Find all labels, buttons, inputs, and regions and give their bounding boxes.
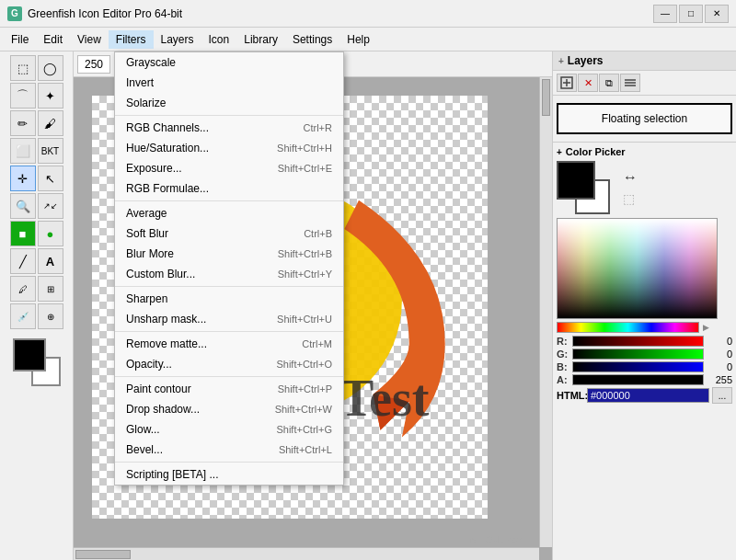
filter-sharpen[interactable]: Sharpen (115, 289, 343, 309)
filter-glow[interactable]: Glow... Shift+Ctrl+G (115, 419, 343, 440)
filter-paint-contour-label: Paint contour (126, 383, 191, 395)
tool-row: ╱ A (2, 248, 71, 274)
foreground-swatch[interactable] (557, 161, 595, 200)
separator-1 (115, 115, 343, 116)
delete-layer-button[interactable]: ✕ (578, 74, 598, 92)
menu-file[interactable]: File (4, 30, 36, 49)
filter-paint-contour-shortcut: Shift+Ctrl+P (278, 383, 332, 394)
b-label: B: (557, 361, 569, 372)
filter-remove-matte[interactable]: Remove matte... Ctrl+M (115, 334, 343, 354)
filter-custom-blur[interactable]: Custom Blur... Shift+Ctrl+Y (115, 264, 343, 284)
filter-drop-shadow[interactable]: Drop shadow... Shift+Ctrl+W (115, 399, 343, 419)
filter-exposure[interactable]: Exposure... Shift+Ctrl+E (115, 158, 343, 178)
filter-grayscale[interactable]: Grayscale (115, 52, 343, 73)
size-input[interactable] (77, 55, 110, 74)
hue-scroll-arrow[interactable]: ▶ (703, 323, 709, 332)
filter-grayscale-label: Grayscale (126, 56, 176, 69)
eraser-tool[interactable]: ⬜ (10, 138, 36, 164)
duplicate-layer-button[interactable]: ⧉ (599, 74, 619, 92)
pencil-tool[interactable]: ✏ (10, 110, 36, 136)
pointer-tool[interactable]: ↖ (38, 166, 63, 191)
filter-scripting[interactable]: Scripting [BETA] ... (115, 464, 343, 485)
filter-remove-matte-label: Remove matte... (126, 337, 207, 350)
text-tool[interactable]: A (38, 248, 63, 274)
filter-unsharp-mask[interactable]: Unsharp mask... Shift+Ctrl+U (115, 309, 343, 329)
menubar: File Edit View Filters Layers Icon Libra… (0, 28, 736, 51)
b-slider[interactable] (572, 361, 704, 372)
html-more-button[interactable]: ... (712, 387, 732, 404)
window-controls: — □ ✕ (653, 5, 729, 23)
horizontal-scrollbar[interactable] (74, 547, 539, 560)
menu-view[interactable]: View (70, 30, 109, 49)
menu-icon[interactable]: Icon (201, 30, 237, 49)
line-tool[interactable]: ╱ (10, 248, 36, 274)
close-button[interactable]: ✕ (705, 5, 729, 23)
swap-colors-icon[interactable]: ↔ (623, 169, 638, 186)
filter-glow-shortcut: Shift+Ctrl+G (276, 424, 332, 435)
color-spectrum[interactable] (557, 218, 718, 319)
filter-soft-blur-shortcut: Ctrl+B (304, 228, 332, 239)
vertical-scrollbar[interactable] (539, 77, 552, 547)
filter-blur-more-label: Blur More (126, 247, 174, 260)
selection-circle-tool[interactable]: ◯ (38, 55, 63, 81)
filter-blur-more-shortcut: Shift+Ctrl+B (278, 248, 332, 259)
filter-blur-more[interactable]: Blur More Shift+Ctrl+B (115, 244, 343, 264)
layer-options-button[interactable] (620, 74, 640, 92)
filter-opacity[interactable]: Opacity... Shift+Ctrl+O (115, 354, 343, 374)
menu-layers[interactable]: Layers (154, 30, 201, 49)
filter-average[interactable]: Average (115, 203, 343, 223)
maximize-button[interactable]: □ (679, 5, 703, 23)
filter-rgb-formulae[interactable]: RGB Formulae... (115, 178, 343, 199)
g-value: 0 (707, 349, 732, 360)
r-slider[interactable] (572, 336, 704, 347)
filter-scripting-label: Scripting [BETA] ... (126, 468, 218, 481)
eyedropper-tool[interactable]: 💉 (10, 303, 36, 329)
transform-tool[interactable]: ↗↙ (38, 193, 63, 219)
filter-invert[interactable]: Invert (115, 73, 343, 93)
menu-filters[interactable]: Filters (109, 30, 154, 49)
filter-soft-blur[interactable]: Soft Blur Ctrl+B (115, 223, 343, 244)
filter-invert-label: Invert (126, 76, 154, 89)
clone-tool[interactable]: ⊞ (38, 276, 63, 302)
r-label: R: (557, 336, 569, 347)
paint-tool[interactable]: 🖊 (10, 276, 36, 302)
menu-help[interactable]: Help (339, 30, 377, 49)
foreground-color[interactable] (13, 338, 46, 371)
more-tool[interactable]: ⊕ (38, 303, 63, 329)
r-value: 0 (707, 336, 732, 347)
layers-expand-icon[interactable]: + (558, 56, 564, 66)
menu-library[interactable]: Library (236, 30, 285, 49)
ellipse-shape-tool[interactable]: ● (38, 221, 63, 246)
menu-settings[interactable]: Settings (285, 30, 339, 49)
zoom-tool[interactable]: 🔍 (10, 193, 36, 219)
g-slider[interactable] (572, 349, 704, 360)
filter-solarize[interactable]: Solarize (115, 93, 343, 113)
minimize-button[interactable]: — (653, 5, 677, 23)
g-label: G: (557, 349, 569, 360)
filter-hue-saturation[interactable]: Hue/Saturation... Shift+Ctrl+H (115, 138, 343, 158)
fill-tool[interactable]: BKT (38, 138, 63, 164)
selection-rect-tool[interactable]: ⬚ (10, 55, 36, 81)
floating-selection[interactable]: Floating selection (557, 103, 732, 134)
html-value[interactable]: #000000 (587, 388, 709, 403)
rect-shape-tool[interactable]: ■ (10, 221, 36, 246)
filter-rgb-channels-label: RGB Channels... (126, 121, 209, 134)
filter-rgb-channels[interactable]: RGB Channels... Ctrl+R (115, 118, 343, 138)
menu-edit[interactable]: Edit (36, 30, 70, 49)
new-layer-button[interactable] (557, 74, 577, 92)
magic-wand-tool[interactable]: ✦ (38, 83, 63, 109)
move-tool[interactable]: ✛ (10, 166, 36, 191)
brush-tool[interactable]: 🖌 (38, 110, 63, 136)
filter-bevel[interactable]: Bevel... Shift+Ctrl+L (115, 440, 343, 460)
filter-opacity-label: Opacity... (126, 358, 172, 371)
lasso-tool[interactable]: ⌒ (10, 83, 36, 109)
a-slider[interactable] (572, 374, 704, 385)
left-toolbar: ⬚ ◯ ⌒ ✦ ✏ 🖌 ⬜ BKT ✛ ↖ 🔍 ↗↙ ■ ● ╱ A (0, 51, 74, 560)
titlebar: G Greenfish Icon Editor Pro 64-bit — □ ✕ (0, 0, 736, 28)
hue-slider[interactable] (557, 322, 699, 333)
transparent-icon[interactable]: ⬚ (623, 191, 638, 206)
color-picker-expand-icon[interactable]: + (557, 147, 562, 157)
tool-row: ■ ● (2, 221, 71, 246)
separator-2 (115, 200, 343, 201)
filter-paint-contour[interactable]: Paint contour Shift+Ctrl+P (115, 379, 343, 399)
